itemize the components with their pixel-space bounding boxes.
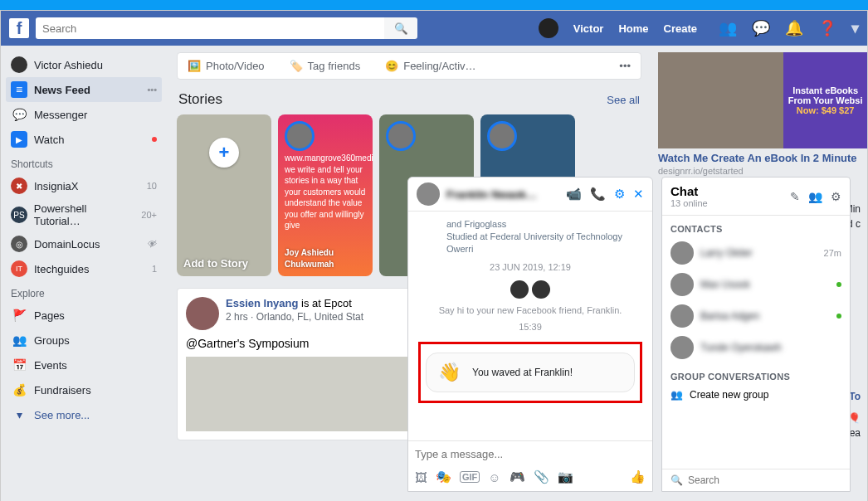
sidebar-news-feed-label: News Feed <box>34 84 90 96</box>
shortcut-icon: ✖ <box>11 178 27 194</box>
profile-avatar-icon <box>11 56 27 73</box>
shortcut-icon: PS <box>11 207 27 223</box>
online-dot <box>836 282 841 287</box>
close-icon[interactable]: ✕ <box>633 187 644 202</box>
chat-title: Chat <box>671 184 708 198</box>
shortcut-domainlocus[interactable]: ◎DomainLocus👁︎̸ <box>6 231 162 256</box>
sidebar-pages[interactable]: 🚩Pages <box>6 303 162 328</box>
messenger-icon: 💬 <box>11 106 27 123</box>
contact-name: Barisa Adgen <box>700 310 759 322</box>
stories-see-all[interactable]: See all <box>607 94 640 106</box>
facebook-logo[interactable]: f <box>9 18 29 38</box>
sidebar-watch[interactable]: ▶Watch <box>6 127 162 152</box>
gallery-icon[interactable]: 🖼 <box>415 470 427 484</box>
like-icon[interactable]: 👍 <box>630 469 646 484</box>
contact-avatar <box>671 304 694 328</box>
contact-name: Larry Okiter <box>700 247 753 259</box>
message-hint: Say hi to your new Facebook friend, Fran… <box>417 305 644 315</box>
contact-item[interactable]: Barisa Adgen <box>662 300 850 332</box>
composer-tag[interactable]: 🏷️Tag friends <box>290 60 361 72</box>
sidebar-fundraisers[interactable]: 💰Fundraisers <box>6 377 162 402</box>
group-conv-heading: GROUP CONVERSATIONS <box>662 363 850 385</box>
post-author[interactable]: Essien Inyang <box>226 297 298 309</box>
story-add[interactable]: + Add to Story <box>177 114 271 276</box>
watch-icon: ▶ <box>11 131 27 148</box>
top-avatar[interactable] <box>539 18 558 38</box>
nav-create[interactable]: Create <box>664 22 697 35</box>
gif-icon[interactable]: GIF <box>460 471 480 483</box>
pages-icon: 🚩 <box>11 307 27 323</box>
messages-icon[interactable]: 💬 <box>752 19 770 37</box>
camera-icon[interactable]: 📷 <box>558 469 573 484</box>
sidebar-news-feed[interactable]: ≡News Feed••• <box>6 77 162 102</box>
settings-icon[interactable]: ⚙ <box>614 187 625 202</box>
shortcut-icon: ◎ <box>11 236 27 252</box>
sidebar-groups[interactable]: 👥Groups <box>6 328 162 353</box>
message-input[interactable] <box>415 448 646 460</box>
emoji-icon[interactable]: ☺ <box>488 470 500 484</box>
groups-icon: 👥 <box>11 332 27 348</box>
chevron-down-icon: ▾ <box>11 406 27 423</box>
search-input[interactable] <box>36 17 384 39</box>
more-icon[interactable]: ••• <box>147 85 157 95</box>
chat-search-input[interactable] <box>688 474 841 486</box>
composer-photo[interactable]: 🖼️Photo/Video <box>188 60 265 72</box>
games-icon[interactable]: 🎮 <box>510 469 525 484</box>
fundraisers-icon: 💰 <box>11 382 27 398</box>
add-story-icon: + <box>209 138 239 168</box>
sidebar-profile-label: Victor Ashiedu <box>34 59 103 71</box>
search-button[interactable]: 🔍 <box>384 17 417 39</box>
shortcut-insigniax[interactable]: ✖InsigniaX10 <box>6 173 162 198</box>
ad-image[interactable]: Instant eBooks From Your Websi Now: $49 … <box>658 52 867 148</box>
post-avatar[interactable] <box>186 297 219 330</box>
story-avatar <box>386 121 416 151</box>
search-icon: 🔍 <box>394 22 408 35</box>
wave-highlight: 👋 You waved at Franklin! <box>418 342 642 403</box>
create-group[interactable]: 👥Create new group <box>662 385 850 405</box>
composer-more[interactable]: ••• <box>619 60 631 72</box>
composer: 🖼️Photo/Video 🏷️Tag friends 😊Feeling/Act… <box>177 52 641 80</box>
wave-message: 👋 You waved at Franklin! <box>426 353 635 392</box>
feeling-icon: 😊 <box>385 60 398 72</box>
conversation-name[interactable]: Franklin Nwaok… <box>446 188 537 201</box>
video-call-icon[interactable]: 📹 <box>566 187 582 202</box>
group-icon[interactable]: 👥 <box>808 190 822 203</box>
sidebar-profile[interactable]: Victor Ashiedu <box>6 52 162 77</box>
dropdown-icon[interactable]: ▾ <box>851 19 859 37</box>
shortcut-itechguides[interactable]: ITItechguides1 <box>6 256 162 281</box>
nav-home[interactable]: Home <box>618 22 648 35</box>
sidebar-events[interactable]: 📅Events <box>6 353 162 377</box>
attachment-icon[interactable]: 📎 <box>534 469 549 484</box>
gear-icon[interactable]: ⚙ <box>831 190 841 203</box>
top-user-name[interactable]: Victor <box>573 22 604 35</box>
sidebar-messenger[interactable]: 💬Messenger <box>6 102 162 127</box>
search-icon: 🔍 <box>671 474 683 486</box>
shortcut-powershell[interactable]: PSPowershell Tutorial…20+ <box>6 198 162 231</box>
msg-avatar <box>510 280 529 299</box>
contact-item[interactable]: Max Usook <box>662 269 850 300</box>
help-icon[interactable]: ❓ <box>818 19 836 37</box>
online-dot <box>836 314 841 319</box>
shortcut-icon: IT <box>11 260 27 277</box>
notifications-icon[interactable]: 🔔 <box>785 19 803 37</box>
watch-badge <box>152 137 157 142</box>
compose-icon[interactable]: ✎ <box>790 190 800 203</box>
post-context: is at Epcot <box>301 297 352 309</box>
story-item[interactable]: www.mangrove360media.com we write and te… <box>278 114 373 276</box>
chat-subtitle: 13 online <box>671 198 708 208</box>
message-date: 23 JUN 2019, 12:19 <box>417 262 644 272</box>
contact-item[interactable]: Larry Okiter27m <box>662 237 850 269</box>
wave-icon: 👋 <box>438 362 461 383</box>
post-meta: 2 hrs · Orlando, FL, United Stat <box>226 311 363 323</box>
message-tools: 🖼 🎭 GIF ☺ 🎮 📎 📷 👍 <box>408 466 652 491</box>
composer-feeling[interactable]: 😊Feeling/Activ… <box>385 60 475 72</box>
ad-title[interactable]: Watch Me Create An eBook In 2 Minute <box>658 152 867 166</box>
contact-item[interactable]: Tunde Oyerokawh <box>662 332 850 363</box>
friend-requests-icon[interactable]: 👥 <box>719 19 737 37</box>
sticker-icon[interactable]: 🎭 <box>436 469 451 484</box>
conversation-avatar[interactable] <box>417 182 440 206</box>
events-icon: 📅 <box>11 357 27 373</box>
explore-heading: Explore <box>6 281 162 303</box>
sidebar-see-more[interactable]: ▾See more... <box>6 402 162 427</box>
voice-call-icon[interactable]: 📞 <box>590 187 606 202</box>
